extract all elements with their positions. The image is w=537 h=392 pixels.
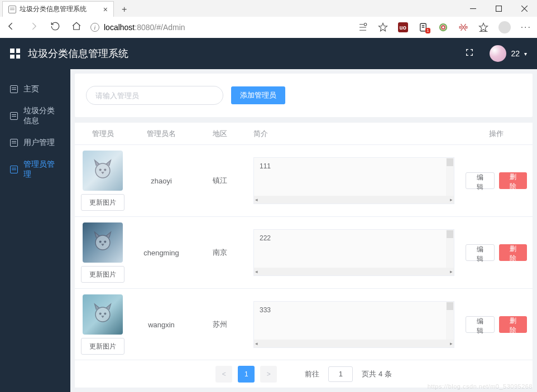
app-menu-icon[interactable] <box>10 49 20 59</box>
cell-image: 更新图片 <box>75 217 131 288</box>
browser-tab[interactable]: 垃圾分类信息管理系统 × <box>2 1 114 17</box>
browser-right-icons: uo 1 ··· <box>358 21 531 33</box>
notes-ext-icon[interactable]: 1 <box>418 22 428 32</box>
window-close-button[interactable] <box>511 0 537 17</box>
edit-button[interactable]: 编辑 <box>466 244 495 261</box>
browser-chrome: 垃圾分类信息管理系统 × + i localhost:8080/#/Admin … <box>0 0 537 38</box>
profile-avatar-icon[interactable] <box>498 21 511 33</box>
sidebar-item-label: 主页 <box>23 84 39 94</box>
intro-textarea[interactable]: 111◂▸ <box>253 157 454 204</box>
th-admin: 管理员 <box>75 123 131 144</box>
document-icon <box>10 166 18 173</box>
nav-forward-button[interactable] <box>28 21 39 34</box>
th-area: 地区 <box>192 123 248 144</box>
update-image-button[interactable]: 更新图片 <box>81 266 124 283</box>
user-avatar-icon <box>490 45 506 62</box>
cell-area: 苏州 <box>192 289 248 360</box>
watermark: https://blog.csdn.net/m0_53095268 <box>428 383 533 390</box>
cell-image: 更新图片 <box>75 145 131 216</box>
svg-point-6 <box>440 24 447 31</box>
document-icon <box>10 85 18 93</box>
scrollbar-horizontal[interactable]: ◂▸ <box>254 340 454 347</box>
cell-actions: 编辑删除 <box>460 217 533 288</box>
svg-rect-9 <box>465 27 467 28</box>
url-port: :8080 <box>135 23 154 32</box>
cell-name: chengming <box>131 217 192 288</box>
svg-point-11 <box>99 169 101 171</box>
ext-badge: 1 <box>425 28 430 33</box>
add-admin-button[interactable]: 添加管理员 <box>231 86 285 104</box>
main-content: 添加管理员 管理员 管理员名 地区 简介 操作 更新图片zhaoyi镇江111◂… <box>70 69 537 392</box>
chevron-down-icon: ▾ <box>524 51 527 57</box>
url-host: localhost <box>104 23 135 32</box>
ext-rainbow-icon[interactable] <box>438 22 448 32</box>
cell-intro: 222◂▸ <box>248 217 460 288</box>
table-header: 管理员 管理员名 地区 简介 操作 <box>75 123 533 145</box>
delete-button[interactable]: 删除 <box>499 316 527 333</box>
scrollbar-horizontal[interactable]: ◂▸ <box>254 196 454 204</box>
svg-point-4 <box>364 23 367 26</box>
delete-button[interactable]: 删除 <box>499 172 527 189</box>
delete-button[interactable]: 删除 <box>499 244 527 261</box>
sidebar-item-users[interactable]: 用户管理 <box>0 129 70 156</box>
favorites-bar-icon[interactable] <box>478 22 488 32</box>
table-row: 更新图片chengming南京222◂▸编辑删除 <box>75 217 533 289</box>
window-maximize-button[interactable] <box>486 0 511 17</box>
page-next-button[interactable]: > <box>260 366 277 383</box>
th-intro: 简介 <box>248 123 460 144</box>
cell-name: wangxin <box>131 289 192 360</box>
table-row: 更新图片wangxin苏州333◂▸编辑删除 <box>75 289 533 360</box>
intro-textarea[interactable]: 333◂▸ <box>253 301 454 348</box>
search-input[interactable] <box>86 86 223 105</box>
browser-menu-icon[interactable]: ··· <box>521 22 531 32</box>
scrollbar-horizontal[interactable]: ◂▸ <box>254 268 454 275</box>
update-image-button[interactable]: 更新图片 <box>81 194 124 211</box>
sidebar-item-label: 垃圾分类信息 <box>23 106 60 126</box>
user-menu[interactable]: 22 ▾ <box>490 45 527 62</box>
page-prev-button[interactable]: < <box>215 366 232 383</box>
svg-point-7 <box>442 26 445 29</box>
admin-table: 管理员 管理员名 地区 简介 操作 更新图片zhaoyi镇江111◂▸编辑删除更… <box>75 123 533 388</box>
sidebar-item-label: 用户管理 <box>23 138 55 148</box>
window-minimize-button[interactable] <box>460 0 486 17</box>
ext-clip-icon[interactable] <box>458 22 468 32</box>
tab-close-icon[interactable]: × <box>103 5 108 14</box>
scrollbar-thumb[interactable] <box>447 302 453 310</box>
update-image-button[interactable]: 更新图片 <box>81 338 124 355</box>
cell-intro: 333◂▸ <box>248 289 460 360</box>
scrollbar-thumb[interactable] <box>447 158 453 166</box>
cell-actions: 编辑删除 <box>460 289 533 360</box>
edit-button[interactable]: 编辑 <box>466 172 495 189</box>
svg-point-10 <box>95 163 110 178</box>
ublock-ext-icon[interactable]: uo <box>398 22 408 32</box>
svg-rect-8 <box>459 27 461 28</box>
document-icon <box>10 139 18 147</box>
url-field[interactable]: i localhost:8080/#/Admin <box>90 23 349 32</box>
svg-point-18 <box>104 313 106 314</box>
table-body[interactable]: 更新图片zhaoyi镇江111◂▸编辑删除更新图片chengming南京222◂… <box>75 145 533 360</box>
toolbar-panel: 添加管理员 <box>75 74 533 117</box>
scrollbar-thumb[interactable] <box>447 230 453 238</box>
favorite-icon[interactable] <box>378 22 388 32</box>
intro-textarea[interactable]: 222◂▸ <box>253 229 454 276</box>
nav-home-button[interactable] <box>71 21 81 33</box>
site-info-icon[interactable]: i <box>90 23 99 32</box>
tab-favicon-icon <box>8 6 16 13</box>
cell-intro: 111◂▸ <box>248 145 460 216</box>
sidebar-item-home[interactable]: 主页 <box>0 76 70 103</box>
fullscreen-icon[interactable] <box>465 48 474 59</box>
browser-address-bar: i localhost:8080/#/Admin uo 1 ··· <box>0 17 537 38</box>
svg-point-14 <box>99 241 101 243</box>
page-goto-input[interactable] <box>328 366 353 382</box>
sidebar-item-admins[interactable]: 管理员管理 <box>0 156 70 183</box>
admin-thumbnail <box>83 222 123 263</box>
nav-refresh-button[interactable] <box>50 21 60 33</box>
reader-icon[interactable] <box>358 22 368 32</box>
edit-button[interactable]: 编辑 <box>466 316 495 333</box>
new-tab-button[interactable]: + <box>117 2 131 17</box>
svg-point-17 <box>99 313 101 314</box>
sidebar-item-garbage[interactable]: 垃圾分类信息 <box>0 103 70 129</box>
page-number-button[interactable]: 1 <box>238 366 255 383</box>
nav-back-button[interactable] <box>6 21 17 34</box>
svg-point-12 <box>104 169 106 171</box>
